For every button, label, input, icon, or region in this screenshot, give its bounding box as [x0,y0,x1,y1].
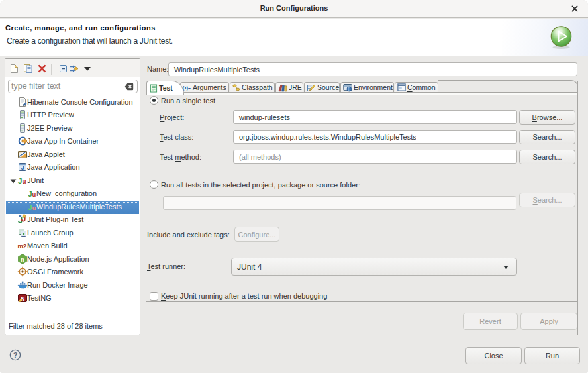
svg-text:N: N [21,295,25,301]
svg-text:m2: m2 [18,242,27,250]
svg-text:u: u [23,178,26,185]
svg-text:u: u [32,190,36,197]
svg-text:u: u [32,203,36,211]
svg-text:n: n [21,256,24,262]
svg-text:J: J [18,177,22,185]
svg-text:J: J [21,164,24,171]
svg-text:?: ? [13,351,18,359]
svg-text:(x)=: (x)= [183,85,191,91]
